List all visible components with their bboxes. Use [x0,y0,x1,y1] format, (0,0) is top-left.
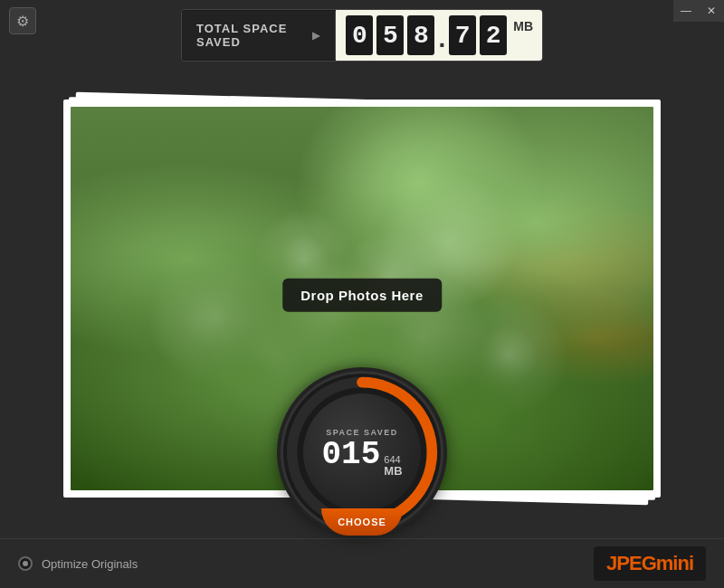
header-arrow: ▶ [312,30,320,42]
radio-inner [23,561,28,566]
brand-text: JPEGmini [606,552,693,574]
optimize-label: Optimize Originals [42,557,138,571]
header-counter: TOTAL SPACE SAVED ▶ 0 5 8 . 7 2 MB [181,9,543,62]
gear-icon: ⚙ [16,13,29,30]
counter-dot: . [438,26,445,55]
settings-button[interactable]: ⚙ [9,7,36,34]
optimize-radio[interactable] [18,556,33,571]
digit-1: 5 [376,15,404,55]
gauge-inner: SPACE SAVED 015 644 MB [303,394,421,511]
digit-4: 2 [480,15,507,55]
digit-2: 8 [407,15,434,55]
photo-container[interactable]: Drop Photos Here SPACE SAVED [14,63,710,534]
minimize-button[interactable]: — [673,0,699,22]
counter-unit: MB [513,15,533,33]
brand-logo: JPEGmini [594,546,706,581]
header-text: TOTAL SPACE SAVED [196,22,305,49]
gauge-value: 015 644 MB [321,439,402,477]
digit-3: 7 [449,15,476,55]
drop-tooltip-text: Drop Photos Here [300,288,424,303]
gauge-sub: 644 MB [384,455,402,477]
optimize-option[interactable]: Optimize Originals [18,556,138,571]
total-space-saved-label: TOTAL SPACE SAVED ▶ [182,11,336,60]
close-button[interactable]: ✕ [699,0,724,22]
photo-stack[interactable]: Drop Photos Here SPACE SAVED [63,100,661,498]
drop-tooltip: Drop Photos Here [282,279,442,312]
gauge-container: SPACE SAVED 015 644 MB CHOOSE [281,371,443,534]
title-bar: — ✕ [673,0,724,22]
gauge-unit: MB [384,465,402,477]
bottom-bar: Optimize Originals JPEGmini [0,538,724,588]
digit-0: 0 [346,15,373,55]
counter-display: 0 5 8 . 7 2 MB [336,10,542,61]
choose-button[interactable]: CHOOSE [321,508,403,536]
gauge-number: 015 [321,439,380,471]
